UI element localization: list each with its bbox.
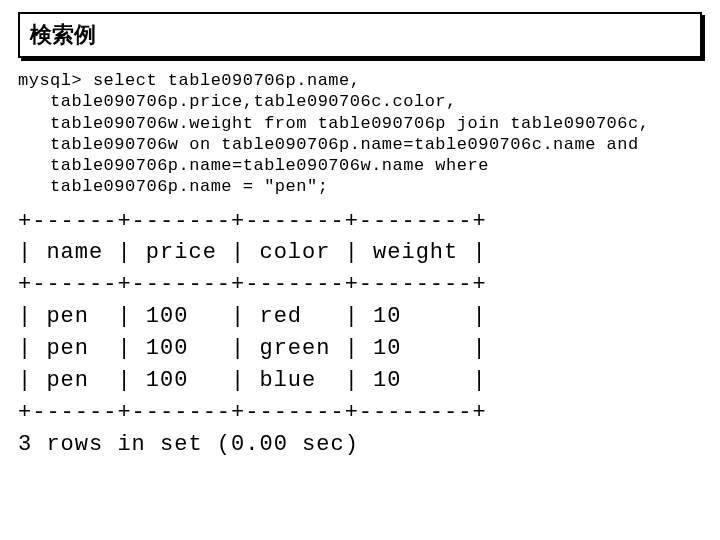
result-table: +------+-------+-------+--------+ | name… [18, 206, 702, 461]
title-box: 検索例 [18, 12, 702, 58]
sql-query-block: mysql> select table090706p.name, table09… [18, 70, 702, 198]
page-title: 検索例 [30, 22, 96, 47]
